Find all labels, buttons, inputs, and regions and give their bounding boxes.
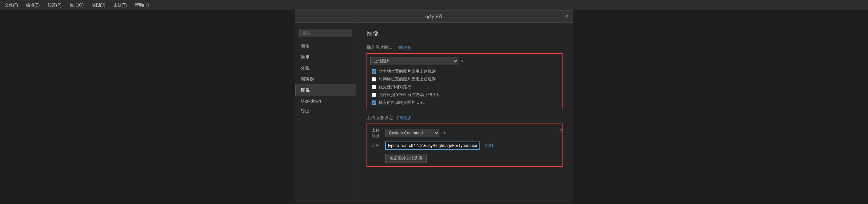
service-chevron: ▼ <box>443 131 446 135</box>
service-label-row: 上传服务设定 了解更多 <box>367 115 563 121</box>
content-area: 图像 插入图片时... 了解更多 上传图片 ▼ <box>356 23 573 203</box>
checkbox-yaml-input[interactable] <box>372 93 376 97</box>
menu-format[interactable]: 格式(O) <box>68 2 85 9</box>
upload-service-box: 上传服务 Custom Command ▼ 命令 说明 验证图片上传选项 <box>367 124 563 167</box>
command-row: 命令 说明 <box>372 142 557 150</box>
menu-view[interactable]: 视图(V) <box>91 2 107 9</box>
explain-link[interactable]: 说明 <box>485 143 493 149</box>
checkbox-yaml[interactable]: 允许根据 YAML 设置自动上传图片 <box>372 92 557 98</box>
menu-theme[interactable]: 主题(T) <box>112 2 128 9</box>
upload-service-section: 上传服务设定 了解更多 上传服务 Custom Command ▼ 命令 <box>367 115 563 167</box>
dropdown-chevron: ▼ <box>460 59 464 63</box>
dialog-body: 图像 通用 外观 编辑器 图像 Markdown 导出 图像 <box>295 23 573 203</box>
upload-option-select[interactable]: 上传图片 <box>370 57 458 65</box>
checkbox-relative-input[interactable] <box>372 85 376 89</box>
verify-button[interactable]: 验证图片上传选项 <box>385 154 427 163</box>
checkbox-network[interactable]: 对网络位置的图片应用上述规则 <box>372 76 557 82</box>
dialog-titlebar: 偏好设置 × <box>295 11 573 23</box>
menu-file[interactable]: 文件(F) <box>3 2 19 9</box>
menu-paragraph[interactable]: 段落(P) <box>46 2 63 9</box>
service-label: 上传服务 <box>372 127 382 139</box>
upload-select-row: 上传图片 ▼ <box>370 57 559 65</box>
service-learn-more[interactable]: 了解更多 <box>396 115 412 121</box>
command-input[interactable] <box>385 142 480 150</box>
checkboxes: 对本地位置的图片应用上述规则 对网络位置的图片应用上述规则 优先使用相对路径 <box>370 69 559 106</box>
checkbox-escape[interactable]: 插入时自动转义图片 URL <box>372 100 557 106</box>
sidebar: 图像 通用 外观 编辑器 图像 Markdown 导出 <box>295 23 356 203</box>
help-icon[interactable]: ? <box>559 129 563 135</box>
search-input[interactable] <box>299 29 352 37</box>
checkbox-relative[interactable]: 优先使用相对路径 <box>372 84 557 90</box>
sidebar-item-general2[interactable]: 通用 <box>295 52 356 63</box>
sidebar-item-export[interactable]: 导出 <box>295 106 356 117</box>
dialog-close-button[interactable]: × <box>565 13 569 20</box>
menu-edit[interactable]: 编辑(E) <box>25 2 41 9</box>
titlebar: 文件(F) 编辑(E) 段落(P) 格式(O) 视图(V) 主题(T) 帮助(H… <box>0 0 868 10</box>
sidebar-item-markdown[interactable]: Markdown <box>295 96 356 106</box>
service-select-row: 上传服务 Custom Command ▼ <box>372 127 557 139</box>
search-box[interactable] <box>299 29 352 37</box>
insert-image-section: 插入图片时... 了解更多 上传图片 ▼ 对本地位置的图片应用上述规则 <box>367 44 563 109</box>
dialog-title: 偏好设置 <box>425 14 443 20</box>
preferences-dialog: 偏好设置 × 图像 通用 外观 编辑器 图像 Markdown <box>295 10 573 203</box>
section-title: 图像 <box>367 30 563 38</box>
checkbox-local[interactable]: 对本地位置的图片应用上述规则 <box>372 69 557 74</box>
sidebar-item-editor[interactable]: 编辑器 <box>295 74 356 85</box>
checkbox-network-input[interactable] <box>372 77 376 81</box>
sidebar-item-general[interactable]: 图像 <box>295 41 356 52</box>
checkbox-local-input[interactable] <box>372 69 376 74</box>
sidebar-item-image[interactable]: 图像 <box>295 85 356 96</box>
menu-help[interactable]: 帮助(H) <box>134 2 150 9</box>
insert-label: 插入图片时... 了解更多 <box>367 44 563 51</box>
insert-learn-more[interactable]: 了解更多 <box>395 45 411 51</box>
checkbox-escape-input[interactable] <box>372 100 376 105</box>
service-select[interactable]: Custom Command <box>385 129 439 137</box>
command-label: 命令 <box>372 143 382 149</box>
verify-row: 验证图片上传选项 <box>372 152 557 163</box>
insert-options-box: 上传图片 ▼ 对本地位置的图片应用上述规则 对网络位置的图片应用上述规则 <box>367 53 563 109</box>
sidebar-item-appearance[interactable]: 外观 <box>295 63 356 74</box>
menu-bar[interactable]: 文件(F) 编辑(E) 段落(P) 格式(O) 视图(V) 主题(T) 帮助(H… <box>3 2 150 9</box>
